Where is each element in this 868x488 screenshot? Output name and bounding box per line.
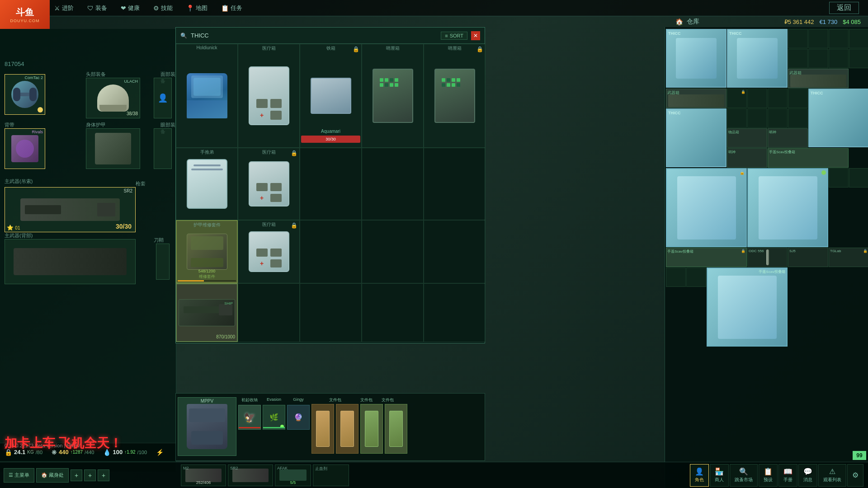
headphones-slot[interactable]: ComTac 2 <box>5 74 45 115</box>
scav-case1[interactable]: 手遥Scav投叠箱 <box>768 148 849 168</box>
inv-cell-empty8[interactable] <box>300 283 362 342</box>
weapon-slot-afak[interactable]: AFAK 5/5 <box>275 465 311 486</box>
inv-cell-empty5[interactable] <box>362 220 424 283</box>
inv-cell-empty4[interactable] <box>300 220 362 283</box>
stash-empty8[interactable] <box>849 49 868 68</box>
main-menu-button[interactable]: ☰ 主菜单 <box>4 468 34 483</box>
nav-equipment[interactable]: 🛡 装备 <box>87 4 107 12</box>
stash-h2[interactable] <box>686 267 706 287</box>
inv-cell-medcase1[interactable]: 医疗箱 + <box>238 44 300 148</box>
knife-slot[interactable] <box>156 244 170 280</box>
inv-cell-medcase2[interactable]: 医疗箱 + 🔒 <box>238 148 300 220</box>
close-button[interactable]: ✕ <box>471 31 480 40</box>
inv-cell-empty10[interactable] <box>424 283 486 342</box>
armor-slot[interactable] <box>86 128 140 169</box>
inv-cell-empty6[interactable] <box>424 220 486 283</box>
inv-cell-empty9[interactable] <box>362 283 424 342</box>
face-slot[interactable]: 👤 <box>154 78 172 118</box>
doccase3[interactable] <box>360 404 383 454</box>
stash-f1[interactable] <box>727 108 747 128</box>
stash-empty1[interactable] <box>788 29 808 48</box>
thicc-case1[interactable]: THICC <box>666 29 726 88</box>
inv-cell-armorrepair[interactable]: 护甲维修套件 548/1200 维修套件 <box>176 220 238 283</box>
inv-cell-medcase3[interactable]: 医疗箱 + 🔒 <box>238 220 300 283</box>
stash-g2[interactable] <box>849 168 868 188</box>
item-case1[interactable]: 物品箱 <box>727 128 767 148</box>
sort-button[interactable]: ≡ SORT <box>441 32 467 40</box>
handbook-btn[interactable]: 📖 手册 <box>778 464 797 487</box>
tglab-item[interactable]: TGLab 🔒 <box>829 248 868 267</box>
plus-btn2[interactable]: + <box>84 469 96 481</box>
stash-f2[interactable] <box>747 108 767 128</box>
plus-btn3[interactable]: + <box>98 469 109 481</box>
sj5-item[interactable]: SJ5 <box>788 248 828 267</box>
stash-empty6[interactable] <box>808 49 828 68</box>
thicc-case7[interactable]: 手遥Scav投叠箱 <box>707 267 788 347</box>
nav-map[interactable]: 📍 地图 <box>186 4 208 12</box>
doccase2[interactable] <box>336 404 359 454</box>
vest-item[interactable]: MPPV <box>178 397 236 456</box>
stash-empty7[interactable] <box>829 49 849 68</box>
thicc-case5[interactable]: 🔒 <box>666 168 747 247</box>
sentry1[interactable]: 哨神 <box>768 128 808 148</box>
stash-e3[interactable] <box>768 89 788 108</box>
stash-empty4[interactable] <box>849 29 868 48</box>
inv-cell-empty3[interactable] <box>424 148 486 220</box>
return-button[interactable]: 返回 <box>829 2 859 14</box>
nav-tasks[interactable]: 📋 任务 <box>221 4 242 12</box>
eye-slot[interactable] <box>154 128 172 169</box>
weapon-case2[interactable]: 武器箱 <box>666 89 726 108</box>
stash-f4[interactable] <box>788 108 808 128</box>
primary-weapon-slot[interactable]: SR2 30/30 ⭐ 01 <box>5 187 136 232</box>
body-check-button[interactable]: 🏠 藏身处 <box>36 468 69 483</box>
nav-health[interactable]: ❤ 健康 <box>121 4 140 12</box>
inv-cell-empty1[interactable] <box>300 148 362 220</box>
thicc-case4[interactable]: THICC <box>666 108 726 167</box>
thicc-case2[interactable]: THICC <box>727 29 788 88</box>
stash-e2[interactable] <box>747 89 767 108</box>
search-input[interactable] <box>191 32 437 39</box>
primary2-weapon-slot[interactable] <box>5 239 136 284</box>
thicc-case6[interactable] <box>747 168 828 247</box>
nav-advance[interactable]: ⚔ 进阶 <box>54 4 74 12</box>
character-btn[interactable]: 👤 角色 <box>690 464 709 487</box>
sentry2[interactable]: 哨神 <box>727 148 767 168</box>
preset-btn[interactable]: 📋 预设 <box>759 464 778 487</box>
flea-market-btn[interactable]: 🔍 跳蚤市场 <box>730 464 758 487</box>
weapon-slot-tourniquet[interactable]: 止血剂 <box>313 465 349 486</box>
stash-empty5[interactable] <box>788 49 808 68</box>
stash-f3[interactable] <box>768 108 788 128</box>
stash-empty2[interactable] <box>808 29 828 48</box>
belt-slot[interactable]: Rivals <box>5 128 45 169</box>
stash-h1[interactable] <box>666 267 686 287</box>
scav-case2[interactable]: 手遥Scav投叠箱 🔒 <box>666 248 747 267</box>
merchant-btn[interactable]: 🏪 商人 <box>710 464 729 487</box>
doccase4[interactable] <box>385 404 407 454</box>
inv-cell-whitecase[interactable]: 手推弟 <box>176 148 238 220</box>
stash-e1[interactable]: 🔒 <box>727 89 747 108</box>
weapon-case1[interactable]: 武器箱 <box>788 69 849 88</box>
inv-cell-guncase[interactable]: SHIP 870/1000 <box>176 283 238 342</box>
thicc-case3[interactable]: THICC <box>808 89 868 147</box>
stash-e4[interactable] <box>788 89 808 108</box>
doccase1[interactable] <box>311 404 334 454</box>
inv-cell-greencase1[interactable]: 哨厘箱 <box>362 44 424 148</box>
bottom-item-gingy[interactable]: 🔮 <box>287 405 310 430</box>
message-btn[interactable]: 💬 消息 <box>798 464 817 487</box>
inv-cell-empty2[interactable] <box>362 148 424 220</box>
weapon-slot-sr2[interactable]: SR2 <box>228 465 273 486</box>
nav-skills[interactable]: ⚙ 技能 <box>153 4 173 12</box>
bottom-item-chujie[interactable]: 🦅 <box>238 405 261 430</box>
weapon-slot-m2[interactable]: M2 252/406 <box>181 465 226 486</box>
helmet-slot[interactable]: ULACH 38/38 <box>86 78 140 118</box>
stash-empty3[interactable] <box>829 29 849 48</box>
bottom-item-evasion[interactable]: 🌿 <box>263 405 285 430</box>
inv-cell-greencase2[interactable]: 哨厘箱 🔒 <box>424 44 486 148</box>
watch-list-btn[interactable]: ⚠ 观看列表 <box>818 464 846 487</box>
stash-g1[interactable] <box>829 168 849 188</box>
plus-btn1[interactable]: + <box>71 469 82 481</box>
settings-btn[interactable]: ⚙ <box>847 464 863 487</box>
inv-cell-ironbox[interactable]: 铁箱 Aquamari 30/30 🔒 <box>300 44 362 148</box>
inv-cell-backpack[interactable]: Holdiunick <box>176 44 238 148</box>
odc-556[interactable]: ODC 556 <box>747 248 788 267</box>
